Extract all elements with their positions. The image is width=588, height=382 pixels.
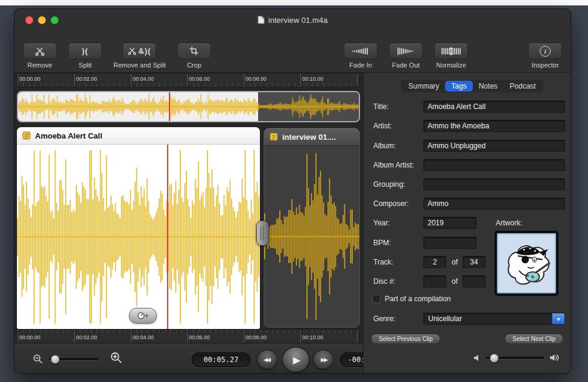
clip-icon (270, 133, 278, 141)
waveform-editor: 00:00.00 00:02.00 00:04.00 00:06.00 00:0… (14, 73, 363, 373)
clip-waveform (17, 145, 260, 329)
compilation-checkbox[interactable] (372, 295, 381, 303)
field-label: Year: (373, 219, 390, 227)
field-composer: Composer: (364, 198, 571, 210)
compilation-label: Part of a compilation (385, 295, 450, 303)
tab-summary[interactable]: Summary (402, 81, 445, 92)
field-label: Album: (373, 142, 396, 150)
toolbar: Remove )( Split &)( Remove and Split (14, 31, 571, 73)
genre-popup[interactable]: Unicellular ▾ (423, 313, 565, 325)
tab-podcast[interactable]: Podcast (504, 81, 542, 92)
disc-total-input[interactable] (463, 275, 485, 287)
overview-waveform-2 (258, 93, 360, 120)
ruler-tick: 00:04.00 (133, 334, 154, 340)
fade-out-icon (397, 47, 415, 55)
info-icon: i (540, 46, 551, 57)
and-split-icon: &)( (138, 46, 151, 55)
bpm-input[interactable] (423, 237, 476, 249)
tab-notes[interactable]: Notes (473, 81, 504, 92)
fade-in-button[interactable]: Fade In (344, 43, 378, 69)
elapsed-time-display: 00:05.27 (192, 352, 250, 367)
track-number-input[interactable] (423, 256, 446, 268)
of-label: of (452, 258, 458, 266)
disc-number-input[interactable] (423, 275, 446, 287)
ruler-tick: 00:00.00 (19, 76, 40, 82)
close-window-button[interactable] (25, 16, 33, 24)
crop-button[interactable]: Crop (177, 43, 211, 69)
title-input[interactable] (423, 101, 565, 113)
field-label: BPM: (373, 239, 391, 247)
timeline-ruler-top[interactable]: 00:00.00 00:02.00 00:04.00 00:06.00 00:0… (17, 73, 360, 87)
rewind-button[interactable]: ◀◀ (257, 350, 277, 369)
artist-input[interactable] (423, 120, 565, 132)
remove-button[interactable]: Remove (23, 43, 57, 69)
artwork-well[interactable] (495, 231, 558, 296)
split-button[interactable]: )( Split (68, 43, 102, 69)
playhead[interactable] (167, 145, 168, 329)
ruler-tick: 00:06.00 (189, 334, 210, 340)
play-button[interactable]: ▶ (282, 347, 309, 372)
fade-in-icon (352, 47, 370, 55)
zoom-in-icon[interactable] (110, 351, 123, 365)
normalize-label: Normalize (436, 61, 466, 69)
album-input[interactable] (423, 140, 565, 152)
volume-control (473, 352, 564, 363)
field-grouping: Grouping: (364, 178, 571, 191)
overview-clip-2[interactable] (258, 92, 359, 121)
track-total-input[interactable] (463, 256, 485, 268)
overview-playhead[interactable] (169, 92, 170, 121)
select-next-clip-button[interactable]: Select Next Clip (505, 334, 563, 344)
tab-tags[interactable]: Tags (445, 81, 472, 92)
ruler-tick: 00:06.00 (189, 76, 210, 82)
field-album-artist: Album Artist: (364, 159, 571, 172)
overview-strip[interactable] (17, 91, 360, 122)
year-input[interactable] (423, 217, 476, 229)
waveform-area[interactable] (17, 145, 260, 329)
artwork-image (497, 233, 556, 293)
fade-out-button[interactable]: Fade Out (389, 43, 423, 69)
clip-header[interactable]: interview 01.... (264, 128, 359, 146)
minimize-window-button[interactable] (38, 16, 46, 24)
crop-label: Crop (187, 61, 201, 69)
field-label: Disc #: (373, 277, 396, 286)
volume-max-icon[interactable] (549, 353, 560, 362)
remove-and-split-button[interactable]: &)( Remove and Split (113, 43, 166, 69)
zoom-slider-thumb[interactable] (51, 355, 60, 364)
transport-bar: 00:05.27 ◀◀ ▶ ▶▶ -00:06.78 (14, 343, 363, 373)
zoom-window-button[interactable] (51, 16, 58, 24)
ruler-tick: 00:04.00 (133, 76, 154, 82)
window-title-group: interview 01.m4a (258, 16, 327, 25)
field-album: Album: (364, 140, 571, 152)
composer-input[interactable] (423, 198, 565, 210)
field-label: Track: (373, 258, 393, 266)
waveform-area[interactable] (264, 146, 359, 327)
overview-clip-1[interactable] (18, 92, 258, 121)
select-previous-clip-button[interactable]: Select Previous Clip (371, 334, 440, 344)
clip-header[interactable]: Amoeba Alert Call (17, 127, 260, 145)
clip-interview-01[interactable]: interview 01.... (264, 128, 359, 327)
clip-divider-handle[interactable] (256, 221, 269, 246)
ruler-tick: 00:00.00 (19, 334, 40, 340)
genre-label: Genre: (373, 315, 396, 323)
ruler-tick: 00:10.00 (302, 76, 323, 82)
crop-icon (189, 46, 198, 55)
album-artist-input[interactable] (423, 159, 565, 171)
clip-speed-button[interactable] (129, 308, 157, 324)
normalize-button[interactable]: Normalize (434, 43, 468, 69)
volume-min-icon[interactable] (473, 354, 481, 362)
volume-slider-thumb[interactable] (490, 354, 499, 363)
scissors-icon (128, 46, 136, 55)
timeline-ruler-bottom[interactable]: 00:00.00 00:02.00 00:04.00 00:06.00 00:0… (17, 329, 360, 343)
app-window: interview 01.m4a Remove )( Split (14, 8, 571, 374)
inspector-label: Inspector (531, 61, 558, 69)
scissors-icon (35, 46, 45, 56)
fast-forward-button[interactable]: ▶▶ (313, 350, 334, 369)
field-title: Title: (364, 101, 571, 113)
field-label: Title: (373, 102, 389, 111)
inspector-button[interactable]: i Inspector (528, 43, 562, 69)
grouping-input[interactable] (423, 178, 565, 190)
remove-label: Remove (28, 61, 52, 69)
zoom-out-icon[interactable] (33, 354, 43, 365)
clip-amoeba-alert-call[interactable]: Amoeba Alert Call (17, 127, 260, 329)
titlebar[interactable]: interview 01.m4a (14, 9, 571, 31)
